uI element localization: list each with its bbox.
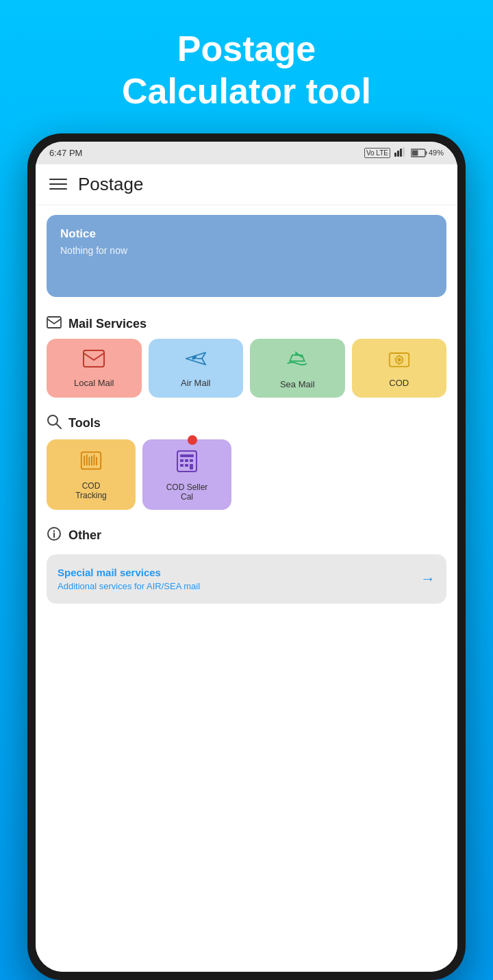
svg-point-31: [53, 530, 55, 532]
svg-point-11: [397, 358, 401, 361]
signal-bars-icon: [394, 147, 407, 159]
cod-mail-card[interactable]: COD: [352, 339, 447, 398]
svg-rect-23: [180, 459, 184, 462]
svg-rect-7: [47, 317, 61, 328]
page-title: PostageCalculator tool: [122, 27, 371, 113]
services-grid: Local Mail Air Mail: [36, 339, 457, 404]
tools-label: Tools: [68, 416, 101, 430]
svg-rect-5: [425, 151, 427, 155]
battery-percent: 49%: [429, 149, 444, 157]
arrow-right-icon: →: [420, 570, 435, 588]
lte-icon: Vo LTE: [364, 148, 390, 158]
local-mail-card[interactable]: Local Mail: [47, 339, 142, 398]
svg-rect-22: [180, 454, 194, 457]
sea-mail-icon: [286, 350, 308, 374]
svg-rect-8: [84, 350, 104, 367]
svg-rect-26: [180, 464, 184, 467]
svg-line-13: [56, 424, 61, 428]
svg-rect-24: [185, 459, 188, 462]
status-time: 6:47 PM: [49, 148, 82, 158]
svg-rect-3: [403, 147, 405, 157]
local-mail-icon: [83, 350, 105, 372]
other-card-title: Special mail services: [58, 567, 200, 578]
air-mail-label: Air Mail: [181, 378, 210, 388]
cod-tracking-label: CODTracking: [75, 481, 107, 500]
status-right: Vo LTE 49%: [364, 147, 444, 159]
page-header: PostageCalculator tool: [108, 0, 385, 133]
search-icon: [47, 414, 62, 433]
app-content: Postage Notice Nothing for now Mail Serv…: [36, 164, 457, 972]
cod-seller-card[interactable]: COD SellerCal: [142, 439, 231, 510]
cod-mail-label: COD: [389, 378, 409, 388]
other-card-content: Special mail services Additional service…: [58, 567, 200, 591]
cod-mail-icon: [388, 350, 410, 372]
other-card-subtitle: Additional services for AIR/SEA mail: [58, 581, 200, 591]
mail-services-label: Mail Services: [68, 317, 147, 331]
tools-grid: CODTracking: [36, 439, 457, 517]
battery-icon: 49%: [411, 149, 444, 157]
cod-seller-icon: [177, 450, 197, 477]
svg-rect-25: [190, 459, 193, 462]
other-header: Other: [36, 517, 457, 552]
svg-rect-1: [397, 151, 399, 157]
phone-mockup: 6:47 PM Vo LTE: [27, 133, 466, 980]
notice-body: Nothing for now: [60, 245, 433, 256]
notification-dot: [188, 435, 197, 445]
mail-icon: [47, 316, 62, 332]
sea-mail-label: Sea Mail: [280, 379, 315, 389]
info-icon: [47, 526, 62, 545]
top-nav: Postage: [36, 164, 457, 205]
other-label: Other: [68, 528, 101, 543]
cod-tracking-card[interactable]: CODTracking: [47, 439, 136, 510]
air-mail-icon: [185, 350, 207, 372]
svg-rect-27: [185, 464, 188, 467]
sea-mail-card[interactable]: Sea Mail: [250, 339, 345, 398]
svg-rect-28: [190, 464, 193, 469]
cod-seller-label: COD SellerCal: [166, 482, 208, 502]
svg-rect-6: [412, 150, 418, 155]
phone-screen: 6:47 PM Vo LTE: [36, 142, 457, 972]
notice-card: Notice Nothing for now: [47, 215, 446, 297]
air-mail-card[interactable]: Air Mail: [149, 339, 244, 398]
svg-rect-2: [400, 149, 402, 157]
notice-title: Notice: [60, 227, 433, 241]
menu-button[interactable]: [49, 179, 67, 190]
local-mail-label: Local Mail: [74, 378, 114, 388]
other-card[interactable]: Special mail services Additional service…: [47, 554, 446, 604]
svg-rect-0: [394, 153, 396, 157]
status-bar: 6:47 PM Vo LTE: [36, 142, 457, 164]
mail-services-header: Mail Services: [36, 307, 457, 339]
cod-tracking-icon: [80, 450, 102, 476]
tools-header: Tools: [36, 404, 457, 439]
nav-title: Postage: [78, 174, 143, 195]
